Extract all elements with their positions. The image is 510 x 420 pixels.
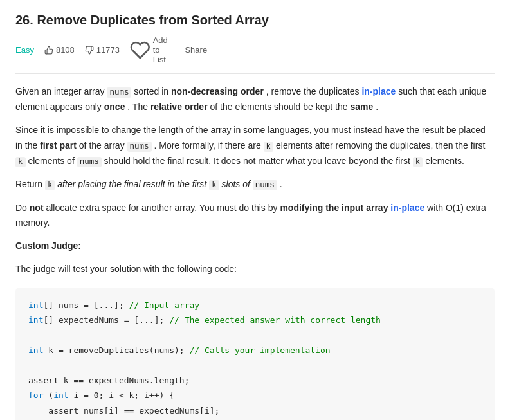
- code-nums-3: nums: [77, 157, 102, 167]
- thumbs-up-icon: [44, 46, 53, 55]
- code-k-5: k: [209, 180, 219, 190]
- code-k-4: k: [45, 180, 55, 190]
- dislikes-count: 11773: [85, 45, 120, 55]
- paragraph-2: Since it is impossible to change the len…: [15, 123, 495, 169]
- thumbs-down-icon: [85, 46, 94, 55]
- heart-icon: [130, 40, 150, 60]
- code-nums-4: nums: [253, 180, 277, 190]
- share-button[interactable]: Share: [182, 45, 207, 55]
- code-line-1: int[] nums = [...]; // Input array: [28, 298, 482, 313]
- code-k-2: k: [15, 157, 26, 167]
- paragraph-3: Return k after placing the final result …: [15, 177, 495, 192]
- likes-count: 8108: [44, 45, 75, 55]
- code-line-3: [28, 328, 482, 343]
- custom-judge-heading: Custom Judge:: [15, 239, 495, 254]
- code-line-2: int[] expectedNums = [...]; // The expec…: [28, 313, 482, 327]
- paragraph-1: Given an integer array nums sorted in no…: [15, 84, 495, 115]
- code-line-5: [28, 358, 482, 372]
- code-k-1: k: [264, 142, 274, 152]
- meta-row: Easy 8108 11773 Add to List Share: [15, 35, 495, 74]
- code-line-4: int k = removeDuplicates(nums); // Calls…: [28, 343, 482, 358]
- code-block: int[] nums = [...]; // Input array int[]…: [15, 288, 495, 420]
- problem-title: 26. Remove Duplicates from Sorted Array: [15, 13, 495, 28]
- paragraph-5: The judge will test your solution with t…: [15, 262, 495, 277]
- code-nums-2: nums: [127, 142, 152, 152]
- code-line-8: assert nums[i] == expectedNums[i];: [28, 403, 482, 418]
- difficulty-badge: Easy: [15, 45, 34, 55]
- problem-description: Given an integer array nums sorted in no…: [15, 84, 495, 420]
- paragraph-4: Do not allocate extra space for another …: [15, 201, 495, 232]
- add-to-list-button[interactable]: Add to List: [130, 35, 172, 64]
- code-k-3: k: [413, 157, 423, 167]
- code-line-6: assert k == expectedNums.length;: [28, 373, 482, 388]
- code-nums-1: nums: [107, 87, 131, 98]
- code-line-7: for (int i = 0; i < k; i++) {: [28, 388, 482, 403]
